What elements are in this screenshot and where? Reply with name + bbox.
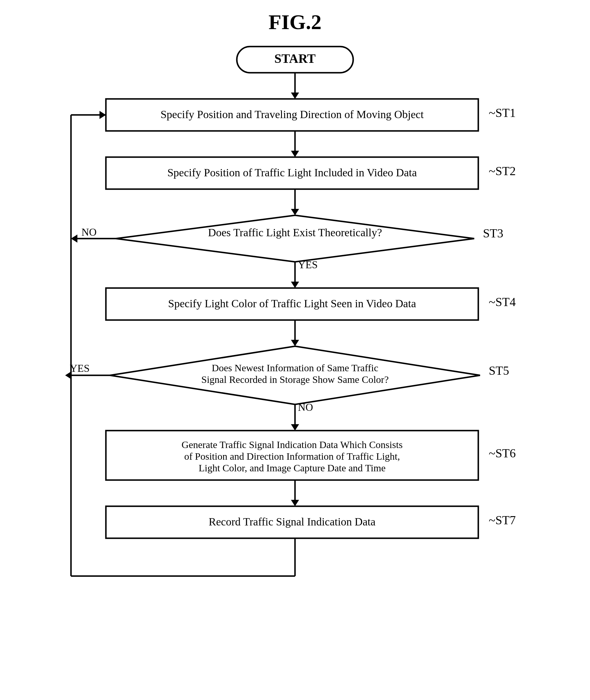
svg-text:FIG.2: FIG.2 (269, 10, 321, 34)
svg-marker-55 (99, 111, 106, 119)
svg-marker-11 (291, 151, 299, 157)
svg-rect-26 (106, 288, 478, 320)
svg-marker-31 (110, 346, 480, 404)
svg-rect-7 (106, 99, 478, 131)
svg-rect-48 (106, 506, 478, 538)
svg-text:YES: YES (70, 363, 90, 374)
svg-text:Specify Light Color of Traffic: Specify Light Color of Traffic Light See… (168, 297, 416, 310)
svg-text:Specify Position of Traffic Li: Specify Position of Traffic Light Includ… (167, 167, 417, 179)
svg-text:~ST7: ~ST7 (489, 513, 516, 527)
svg-text:Does Newest Information of Sam: Does Newest Information of Same Traffic (212, 363, 379, 373)
flowchart-svg: FIG.2 START Specify Position and Traveli… (0, 0, 590, 700)
svg-text:Specify Position and Traveling: Specify Position and Traveling Direction… (161, 108, 424, 120)
svg-text:YES: YES (298, 259, 318, 271)
svg-text:~ST1: ~ST1 (489, 106, 516, 120)
svg-text:of Position and Direction Info: of Position and Direction Information of… (184, 451, 400, 462)
svg-text:Generate Traffic Signal Indica: Generate Traffic Signal Indication Data … (182, 439, 403, 450)
svg-text:ST5: ST5 (489, 364, 509, 377)
svg-text:ST3: ST3 (483, 227, 503, 240)
svg-marker-17 (116, 215, 474, 262)
svg-text:~ST6: ~ST6 (489, 446, 516, 460)
svg-marker-25 (291, 282, 299, 288)
svg-text:NO: NO (298, 401, 313, 413)
svg-text:Record Traffic Signal Indicati: Record Traffic Signal Indication Data (209, 515, 376, 528)
svg-marker-47 (291, 500, 299, 506)
svg-marker-30 (291, 340, 299, 346)
svg-text:~ST4: ~ST4 (489, 295, 516, 309)
svg-text:START: START (274, 52, 316, 66)
svg-rect-3 (237, 46, 353, 73)
svg-rect-41 (106, 430, 478, 480)
svg-rect-12 (106, 157, 478, 189)
svg-marker-16 (291, 209, 299, 215)
svg-text:~ST2: ~ST2 (489, 164, 516, 178)
svg-text:Light Color, and Image Capture: Light Color, and Image Capture Date and … (199, 463, 386, 473)
svg-marker-36 (65, 371, 72, 379)
svg-text:Signal Recorded in Storage Sho: Signal Recorded in Storage Show Same Col… (201, 374, 389, 385)
svg-text:NO: NO (82, 226, 97, 238)
svg-text:Does Traffic Light Exist Theor: Does Traffic Light Exist Theoretically? (208, 226, 382, 238)
svg-marker-21 (71, 234, 77, 243)
svg-marker-6 (291, 93, 299, 99)
svg-marker-40 (291, 424, 299, 430)
